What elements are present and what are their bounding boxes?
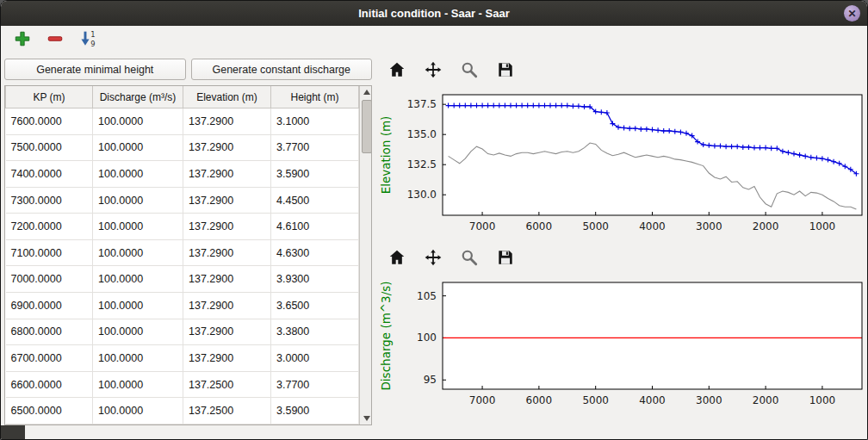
pan-button[interactable] bbox=[422, 60, 444, 83]
svg-text:6000: 6000 bbox=[526, 220, 553, 232]
table-cell[interactable]: 100.0000 bbox=[93, 293, 183, 319]
table-cell[interactable]: 137.2900 bbox=[183, 214, 271, 240]
table-row: 7000.0000100.0000137.29003.9300 bbox=[6, 266, 359, 293]
table-cell[interactable]: 100.0000 bbox=[93, 161, 183, 188]
table-row: 6900.0000100.0000137.29003.6500 bbox=[6, 293, 359, 319]
table-cell[interactable]: 100.0000 bbox=[93, 108, 183, 135]
svg-text:1: 1 bbox=[90, 30, 95, 39]
table-cell[interactable]: 137.2900 bbox=[183, 161, 271, 188]
svg-text:5000: 5000 bbox=[582, 394, 609, 406]
generate-minimal-height-button[interactable]: Generate minimal height bbox=[4, 59, 186, 80]
generate-constant-discharge-button[interactable]: Generate constant discharge bbox=[191, 59, 373, 80]
svg-text:6000: 6000 bbox=[526, 394, 553, 406]
svg-text:137.5: 137.5 bbox=[407, 98, 437, 110]
table-cell[interactable]: 7000.0000 bbox=[6, 266, 93, 293]
pan-icon bbox=[424, 60, 443, 83]
column-header[interactable]: KP (m) bbox=[6, 86, 93, 108]
pan-icon bbox=[424, 248, 443, 270]
table-cell[interactable]: 4.6300 bbox=[271, 239, 359, 266]
table-cell[interactable]: 137.2900 bbox=[183, 134, 271, 161]
table-cell[interactable]: 137.2900 bbox=[183, 187, 271, 214]
table-cell[interactable]: 4.6100 bbox=[271, 214, 359, 240]
svg-text:130.0: 130.0 bbox=[407, 189, 437, 201]
scroll-up-button[interactable] bbox=[360, 86, 372, 98]
titlebar[interactable]: Initial condition - Saar - Saar ✕ bbox=[1, 1, 867, 26]
save-button[interactable] bbox=[494, 60, 517, 83]
zoom-icon bbox=[460, 248, 479, 270]
zoom-button[interactable] bbox=[458, 248, 480, 270]
svg-text:2000: 2000 bbox=[753, 220, 779, 232]
resize-grip[interactable] bbox=[1, 425, 25, 439]
table-cell[interactable]: 100.0000 bbox=[93, 319, 183, 345]
table-cell[interactable]: 7400.0000 bbox=[6, 161, 93, 188]
table-cell[interactable]: 137.2500 bbox=[183, 398, 271, 425]
pan-button[interactable] bbox=[422, 248, 444, 270]
table-cell[interactable]: 3.7700 bbox=[271, 371, 359, 398]
table-cell[interactable]: 6900.0000 bbox=[6, 293, 93, 319]
column-header[interactable]: Height (m) bbox=[271, 86, 359, 108]
table-cell[interactable]: 6500.0000 bbox=[6, 398, 93, 425]
table-cell[interactable]: 100.0000 bbox=[93, 345, 183, 372]
scroll-down-button[interactable] bbox=[360, 412, 372, 425]
table-cell[interactable]: 3.5900 bbox=[271, 161, 359, 188]
home-button[interactable] bbox=[386, 60, 408, 83]
table-cell[interactable]: 100.0000 bbox=[93, 371, 183, 398]
zoom-button[interactable] bbox=[458, 60, 480, 83]
table-cell[interactable]: 137.2900 bbox=[183, 239, 271, 266]
table-cell[interactable]: 100.0000 bbox=[93, 187, 183, 214]
scrollbar-track[interactable] bbox=[360, 98, 372, 412]
table-row: 6700.0000100.0000137.29003.0000 bbox=[6, 345, 359, 372]
table-cell[interactable]: 3.7700 bbox=[271, 134, 359, 161]
table-cell[interactable]: 100.0000 bbox=[93, 266, 183, 293]
table-cell[interactable]: 3.1000 bbox=[271, 108, 359, 135]
sort-rows-button[interactable]: 1 9 bbox=[77, 29, 99, 52]
initial-condition-table: KP (m)Discharge (m³/s)Elevation (m)Heigh… bbox=[4, 85, 372, 425]
scroll-down-icon bbox=[363, 416, 370, 421]
table-cell[interactable]: 137.2900 bbox=[183, 345, 271, 372]
table-cell[interactable]: 4.4500 bbox=[271, 187, 359, 214]
table-cell[interactable]: 7300.0000 bbox=[6, 187, 93, 214]
table-cell[interactable]: 137.2900 bbox=[183, 319, 271, 345]
table-cell[interactable]: 3.3800 bbox=[271, 319, 359, 345]
table-row: 7600.0000100.0000137.29003.1000 bbox=[6, 108, 359, 135]
discharge-chart[interactable]: 105100957000600050004000300020001000Disc… bbox=[377, 272, 865, 420]
home-button[interactable] bbox=[386, 248, 408, 270]
remove-row-button[interactable] bbox=[44, 29, 66, 52]
home-icon bbox=[388, 60, 406, 83]
svg-text:3000: 3000 bbox=[696, 220, 722, 232]
table-cell[interactable]: 6600.0000 bbox=[6, 371, 93, 398]
table-cell[interactable]: 3.5900 bbox=[271, 398, 359, 425]
table-cell[interactable]: 3.6500 bbox=[271, 293, 359, 319]
sort-numeric-icon: 1 9 bbox=[79, 30, 96, 51]
table-cell[interactable]: 137.2900 bbox=[183, 108, 271, 135]
table-row: 7200.0000100.0000137.29004.6100 bbox=[6, 214, 359, 240]
table-cell[interactable]: 137.2900 bbox=[183, 266, 271, 293]
close-button[interactable]: ✕ bbox=[844, 5, 860, 22]
table-cell[interactable]: 137.2500 bbox=[183, 371, 271, 398]
table-cell[interactable]: 137.2900 bbox=[183, 293, 271, 319]
content-area: Generate minimal height Generate constan… bbox=[1, 55, 867, 425]
table-cell[interactable]: 100.0000 bbox=[93, 214, 183, 240]
table-cell[interactable]: 7500.0000 bbox=[6, 134, 93, 161]
add-row-button[interactable] bbox=[11, 29, 34, 52]
table-cell[interactable]: 7200.0000 bbox=[6, 214, 93, 240]
svg-text:7000: 7000 bbox=[469, 394, 496, 406]
table-cell[interactable]: 7600.0000 bbox=[6, 108, 93, 135]
table-cell[interactable]: 100.0000 bbox=[93, 398, 183, 425]
scrollbar-thumb[interactable] bbox=[362, 100, 372, 153]
column-header[interactable]: Elevation (m) bbox=[183, 86, 271, 108]
table-cell[interactable]: 6700.0000 bbox=[6, 345, 93, 372]
elevation-plot-toolbar bbox=[377, 59, 864, 84]
column-header[interactable]: Discharge (m³/s) bbox=[93, 86, 183, 108]
table-cell[interactable]: 3.0000 bbox=[271, 345, 359, 372]
table-cell[interactable]: 100.0000 bbox=[93, 239, 183, 266]
vertical-scrollbar[interactable] bbox=[359, 86, 372, 425]
discharge-plot-toolbar bbox=[377, 246, 864, 272]
save-button[interactable] bbox=[494, 248, 517, 270]
table-cell[interactable]: 6800.0000 bbox=[6, 319, 93, 345]
table-row: 7300.0000100.0000137.29004.4500 bbox=[6, 187, 359, 214]
table-cell[interactable]: 7100.0000 bbox=[6, 239, 93, 266]
table-cell[interactable]: 100.0000 bbox=[93, 134, 183, 161]
elevation-chart[interactable]: 137.5135.0132.5130.070006000500040003000… bbox=[377, 84, 865, 246]
table-cell[interactable]: 3.9300 bbox=[271, 266, 359, 293]
